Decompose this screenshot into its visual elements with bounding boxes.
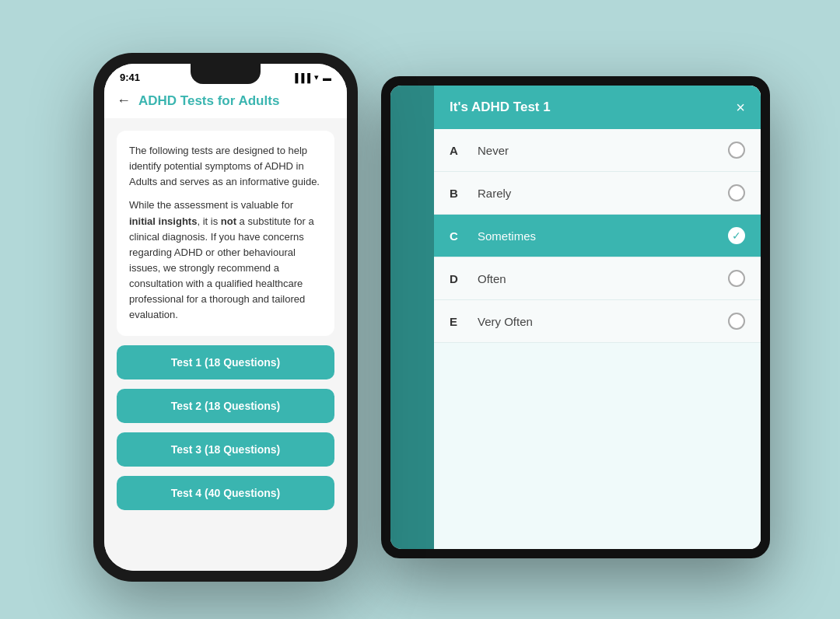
info-paragraph-1: The following tests are designed to help… [129, 143, 322, 190]
back-button[interactable]: ← [117, 93, 131, 109]
option-row-very-often[interactable]: E Very Often [434, 300, 761, 343]
option-radio-very-often [728, 313, 745, 330]
modal-dialog: lt's ADHD Test 1 × A Never B [434, 86, 761, 549]
modal-title: lt's ADHD Test 1 [450, 100, 551, 115]
option-radio-never [728, 142, 745, 159]
info-card: The following tests are designed to help… [117, 131, 334, 336]
test3-button[interactable]: Test 3 (18 Questions) [117, 432, 334, 467]
phone-notch [191, 64, 261, 84]
test4-button[interactable]: Test 4 (40 Questions) [117, 476, 334, 510]
battery-icon: ▬ [323, 73, 331, 82]
option-letter-d: D [450, 272, 465, 285]
option-letter-e: E [450, 315, 465, 328]
test2-button[interactable]: Test 2 (18 Questions) [117, 389, 334, 423]
status-icons: ▐▐▐ ▾ ▬ [292, 72, 331, 82]
option-text-sometimes: Sometimes [478, 229, 716, 243]
tablet-screen: lt's ADHD Test 1 × A Never B [390, 86, 761, 549]
option-text-never: Never [478, 144, 716, 157]
option-row-never[interactable]: A Never [434, 129, 761, 172]
option-text-rarely: Rarely [478, 187, 716, 200]
wifi-icon: ▾ [314, 72, 319, 82]
bold-not: not [221, 215, 236, 227]
test1-button[interactable]: Test 1 (18 Questions) [117, 345, 334, 379]
option-radio-rarely [728, 184, 745, 201]
option-letter-b: B [450, 187, 465, 200]
option-radio-often [728, 270, 745, 287]
modal-close-button[interactable]: × [736, 100, 745, 115]
phone-time: 9:41 [120, 72, 140, 83]
scene: 9:41 ▐▐▐ ▾ ▬ ← ADHD Tests for Adults The… [70, 30, 770, 589]
info-paragraph-2: While the assessment is valuable for ini… [129, 198, 322, 323]
checkmark-icon: ✓ [732, 229, 741, 242]
tablet-device: lt's ADHD Test 1 × A Never B [381, 76, 770, 558]
phone-screen: 9:41 ▐▐▐ ▾ ▬ ← ADHD Tests for Adults The… [104, 64, 347, 571]
option-row-often[interactable]: D Often [434, 257, 761, 300]
option-letter-c: C [450, 229, 465, 243]
phone-content-area: The following tests are designed to help… [104, 118, 347, 571]
modal-overlay: lt's ADHD Test 1 × A Never B [390, 86, 761, 549]
phone-page-title: ADHD Tests for Adults [138, 93, 279, 109]
phone-device: 9:41 ▐▐▐ ▾ ▬ ← ADHD Tests for Adults The… [93, 53, 358, 582]
signal-icon: ▐▐▐ [292, 73, 310, 82]
option-row-rarely[interactable]: B Rarely [434, 172, 761, 215]
option-row-sometimes[interactable]: C Sometimes ✓ [434, 215, 761, 257]
option-text-very-often: Very Often [478, 315, 716, 328]
bold-initial: initial insights [129, 215, 197, 227]
phone-app-header: ← ADHD Tests for Adults [104, 86, 347, 118]
option-radio-sometimes: ✓ [728, 227, 745, 244]
option-letter-a: A [450, 144, 465, 157]
modal-options-list: A Never B Rarely [434, 129, 761, 549]
option-text-often: Often [478, 272, 716, 285]
modal-header: lt's ADHD Test 1 × [434, 86, 761, 129]
